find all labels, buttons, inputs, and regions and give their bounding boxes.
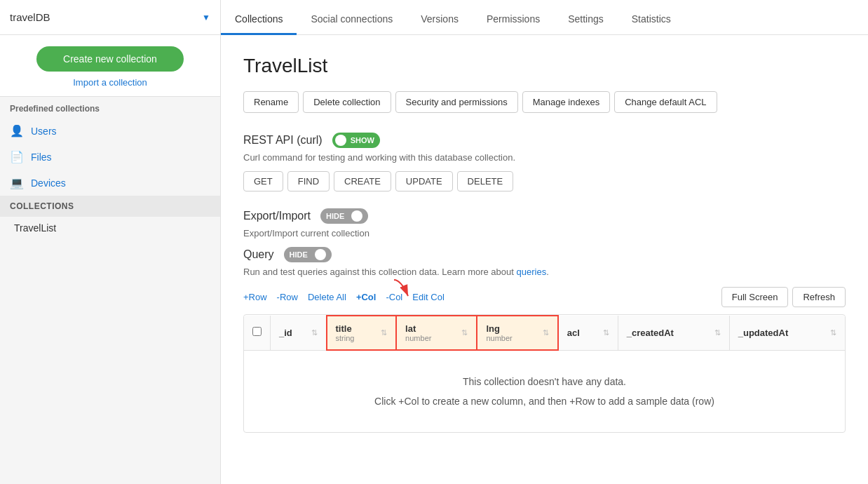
sort-icon-updatedat[interactable]: ⇅	[830, 328, 836, 337]
rename-button[interactable]: Rename	[243, 91, 299, 113]
main-area: Collections Social connections Versions …	[221, 0, 868, 484]
sidebar: travelDB ▼ Create new collection Import …	[0, 0, 221, 484]
sidebar-item-files[interactable]: 📄 Files	[0, 144, 220, 170]
users-icon: 👤	[10, 124, 24, 137]
page-title: TravelList	[243, 55, 846, 77]
toggle-circle-icon	[335, 135, 346, 146]
col-header-lat: lat number ⇅	[396, 316, 477, 350]
remove-row-link[interactable]: -Row	[277, 292, 298, 302]
method-update-button[interactable]: UPDATE	[395, 171, 453, 191]
manage-indexes-button[interactable]: Manage indexes	[522, 91, 610, 113]
sidebar-item-users-label: Users	[31, 126, 57, 137]
table-toolbar-right: Full Screen Refresh	[721, 287, 846, 307]
tab-collections[interactable]: Collections	[221, 5, 297, 35]
sort-icon-id[interactable]: ⇅	[311, 328, 318, 337]
rest-api-toggle[interactable]: SHOW	[332, 133, 380, 148]
toggle-circle-icon2	[351, 210, 362, 222]
empty-message: This collection doesn't have any data. C…	[244, 351, 845, 432]
files-icon: 📄	[10, 150, 24, 163]
import-collection-link[interactable]: Import a collection	[73, 77, 147, 88]
col-header-createdat: _createdAt ⇅	[618, 316, 729, 350]
col-header-lng: lng number ⇅	[477, 316, 557, 350]
tab-statistics[interactable]: Statistics	[618, 5, 685, 35]
sort-icon-lat[interactable]: ⇅	[461, 328, 468, 337]
table-toolbar: +Row -Row Delete All +Col -Col Edit Col	[243, 287, 846, 307]
query-description: Run and test queries against this collec…	[243, 267, 846, 277]
rest-api-description: Curl command for testing and working wit…	[243, 152, 846, 163]
tab-settings[interactable]: Settings	[554, 5, 618, 35]
refresh-button[interactable]: Refresh	[792, 287, 846, 307]
dropdown-arrow-icon[interactable]: ▼	[202, 13, 210, 22]
action-buttons-row: Rename Delete collection Security and pe…	[243, 91, 846, 113]
delete-all-link[interactable]: Delete All	[308, 292, 346, 302]
rest-api-title: REST API (curl)	[243, 134, 323, 147]
sidebar-header: travelDB ▼	[0, 0, 220, 35]
rest-api-methods: GET FIND CREATE UPDATE DELETE	[243, 171, 846, 191]
content-area: TravelList Rename Delete collection Secu…	[221, 35, 868, 484]
delete-collection-button[interactable]: Delete collection	[303, 91, 391, 113]
tab-permissions[interactable]: Permissions	[473, 5, 554, 35]
sort-icon-acl[interactable]: ⇅	[603, 328, 609, 337]
collections-section-label: Collections	[0, 196, 220, 217]
rest-api-toggle-label: SHOW	[351, 136, 374, 144]
security-permissions-button[interactable]: Security and permissions	[395, 91, 518, 113]
export-import-toggle-label: HIDE	[323, 212, 347, 220]
sidebar-item-devices[interactable]: 💻 Devices	[0, 170, 220, 196]
method-get-button[interactable]: GET	[243, 171, 283, 191]
data-table: _id ⇅ title string ⇅	[244, 315, 845, 432]
export-import-toggle[interactable]: HIDE	[320, 208, 368, 224]
query-toggle-label: HIDE	[287, 250, 311, 259]
method-create-button[interactable]: CREATE	[334, 171, 391, 191]
sidebar-btn-area: Create new collection Import a collectio…	[0, 35, 220, 97]
export-import-description: Export/Import current collection	[243, 228, 846, 238]
tab-social-connections[interactable]: Social connections	[297, 5, 407, 35]
fullscreen-button[interactable]: Full Screen	[721, 287, 789, 307]
queries-link[interactable]: queries	[517, 267, 547, 277]
query-section-header: Query HIDE	[243, 247, 846, 262]
edit-col-link[interactable]: Edit Col	[412, 292, 445, 302]
sort-icon-title[interactable]: ⇅	[381, 328, 387, 337]
col-header-acl: acl ⇅	[558, 316, 618, 350]
top-nav: Collections Social connections Versions …	[221, 0, 868, 35]
export-import-title: Export/Import	[243, 210, 311, 222]
collection-item-travellist[interactable]: TravelList	[0, 217, 220, 239]
sidebar-item-users[interactable]: 👤 Users	[0, 118, 220, 144]
devices-icon: 💻	[10, 176, 24, 189]
export-import-section-header: Export/Import HIDE	[243, 208, 846, 224]
rest-api-section-header: REST API (curl) SHOW	[243, 133, 846, 148]
change-acl-button[interactable]: Change default ACL	[614, 91, 717, 113]
sort-icon-createdat[interactable]: ⇅	[714, 328, 721, 337]
query-toggle[interactable]: HIDE	[284, 247, 332, 262]
remove-col-link[interactable]: -Col	[386, 292, 402, 302]
method-find-button[interactable]: FIND	[287, 171, 330, 191]
sidebar-item-devices-label: Devices	[31, 177, 66, 189]
query-title: Query	[243, 248, 274, 261]
sidebar-item-files-label: Files	[31, 152, 52, 163]
col-header-checkbox	[244, 316, 271, 350]
col-header-updatedat: _updatedAt ⇅	[729, 316, 845, 350]
col-header-title: title string ⇅	[327, 316, 397, 350]
data-table-wrapper: _id ⇅ title string ⇅	[243, 314, 846, 433]
toggle-circle-icon3	[315, 249, 326, 260]
table-toolbar-left: +Row -Row Delete All +Col -Col Edit Col	[243, 292, 712, 302]
col-header-id: _id ⇅	[271, 316, 327, 350]
add-col-link[interactable]: +Col	[356, 292, 377, 302]
select-all-checkbox[interactable]	[252, 327, 262, 336]
tab-versions[interactable]: Versions	[407, 5, 473, 35]
create-collection-button[interactable]: Create new collection	[36, 46, 184, 72]
predefined-collections-label: Predefined collections	[0, 97, 220, 118]
app-name: travelDB	[10, 11, 50, 23]
add-row-link[interactable]: +Row	[243, 292, 267, 302]
sort-icon-lng[interactable]: ⇅	[543, 328, 549, 337]
method-delete-button[interactable]: DELETE	[457, 171, 514, 191]
